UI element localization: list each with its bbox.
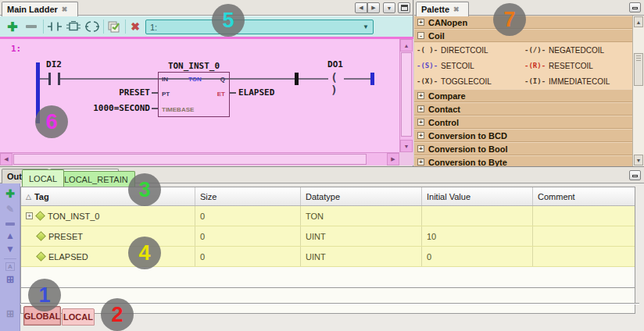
remove-variable-button[interactable] — [5, 222, 15, 226]
datatype-cell[interactable]: UINT — [301, 226, 422, 246]
insert-contact-button[interactable] — [47, 19, 63, 34]
datatype-cell[interactable]: UINT — [301, 247, 422, 266]
tag-cell[interactable]: + TON_INST_0 — [21, 206, 195, 226]
comment-cell[interactable] — [533, 226, 635, 246]
tab-list-button[interactable]: ▼ — [383, 2, 395, 13]
column-header-initial-value[interactable]: Initial Value — [422, 187, 533, 205]
expand-icon[interactable]: + — [417, 19, 424, 26]
initial-value-cell[interactable] — [422, 206, 533, 226]
initial-value-cell[interactable]: 10 — [422, 226, 533, 246]
move-down-button[interactable]: ▼ — [0, 244, 20, 254]
column-header-comment[interactable]: Comment — [533, 187, 635, 205]
table-export-icon: ⊞ — [6, 274, 14, 285]
insert-coil-button[interactable] — [84, 19, 100, 34]
palette-item-resetcoil[interactable]: -(R)-RESETCOIL — [522, 58, 632, 73]
expand-icon[interactable]: + — [417, 119, 424, 126]
column-header-tag[interactable]: △ Tag — [21, 187, 195, 205]
export-table-button[interactable]: ⊞ — [0, 274, 20, 285]
insert-block-button[interactable] — [66, 19, 81, 34]
move-up-button[interactable]: ▲ — [0, 230, 20, 241]
scope-tab-local[interactable]: LOCAL — [22, 169, 64, 187]
tab-main-ladder[interactable]: Main Ladder ✖ — [2, 2, 78, 16]
palette-item-negatedcoil[interactable]: -(/)-NEGATEDCOIL — [522, 42, 632, 58]
ladder-editor-panel: Main Ladder ✖ ◀ ▶ ▼ ✚ ✖ — [0, 0, 413, 166]
expand-icon[interactable]: + — [417, 105, 424, 112]
remove-rung-button[interactable] — [23, 19, 39, 34]
palette-group-control[interactable]: +Control — [414, 116, 632, 129]
import-table-button[interactable]: ⊞ — [0, 308, 20, 319]
coil-operand-label[interactable]: DO1 — [316, 59, 355, 69]
size-cell[interactable]: 0 — [195, 206, 301, 226]
palette-item-setcoil[interactable]: -(S)-SETCOIL — [414, 58, 522, 73]
vscroll-thumb[interactable] — [401, 52, 412, 137]
coil-symbol[interactable]: ( ) — [324, 71, 347, 96]
expand-icon[interactable]: + — [417, 92, 424, 99]
expand-icon[interactable]: + — [417, 132, 424, 139]
palette-group-conversion-bool[interactable]: +Conversion to Bool — [414, 142, 632, 155]
close-icon[interactable]: ✖ — [62, 5, 68, 13]
delete-button[interactable]: ✖ — [128, 19, 142, 34]
timebase-operand-label[interactable]: 1000=SECOND — [70, 103, 150, 113]
palette-group-conversion-byte[interactable]: +Conversion to Byte — [414, 155, 632, 166]
table-row[interactable]: ELAPSED 0 UINT 0 — [21, 247, 635, 267]
rename-variable-button[interactable]: A — [5, 262, 15, 271]
ladder-horizontal-scrollbar[interactable]: ◀ ▶ — [0, 152, 399, 166]
minimize-palette-button[interactable] — [629, 2, 641, 12]
ladder-vertical-scrollbar[interactable]: ▲ ▼ — [399, 39, 413, 152]
contact-operand-label[interactable]: DI2 — [36, 59, 72, 69]
palette-scroll-thumb[interactable] — [634, 53, 643, 86]
block-instance-label[interactable]: TON_INST_0 — [156, 61, 231, 71]
expand-icon[interactable]: + — [26, 212, 33, 219]
palette-item-immediatecoil[interactable]: -(I)-IMMEDIATECOIL — [522, 73, 632, 89]
palette-group-contact[interactable]: +Contact — [414, 102, 632, 116]
close-icon[interactable]: ✖ — [453, 5, 460, 13]
edit-variable-button[interactable]: ✎ — [0, 204, 20, 215]
table-row[interactable]: PRESET 0 UINT 10 — [21, 226, 635, 247]
palette-item-togglecoil[interactable]: -(X)-TOGGLECOIL — [414, 73, 522, 89]
size-cell[interactable]: 0 — [195, 226, 301, 246]
palette-group-conversion-bcd[interactable]: +Conversion to BCD — [414, 129, 632, 142]
tag-name: ELAPSED — [48, 252, 88, 262]
palette-group-compare[interactable]: +Compare — [414, 89, 632, 102]
scope-tab-local-bottom[interactable]: LOCAL — [62, 308, 95, 326]
ton-function-block[interactable]: IN TON Q PT ET TIMEBASE — [158, 72, 230, 117]
table-row[interactable]: + TON_INST_0 0 TON — [21, 206, 635, 226]
rung-select-combobox[interactable]: 1: ▼ — [145, 20, 374, 34]
paste-button[interactable] — [106, 19, 122, 34]
add-variable-button[interactable]: ✚ — [0, 187, 20, 200]
scope-tab-local-retain[interactable]: LOCAL_RETAIN — [57, 171, 135, 187]
right-power-rail — [370, 73, 374, 85]
tag-cell[interactable]: ELAPSED — [21, 247, 195, 266]
arrow-down-icon: ▼ — [5, 244, 15, 254]
collapse-icon[interactable]: - — [417, 32, 424, 39]
scroll-up-button[interactable]: ▲ — [400, 39, 413, 52]
palette-item-directcoil[interactable]: -( )-DIRECTCOIL — [414, 42, 522, 58]
minimize-variables-button[interactable] — [629, 170, 641, 180]
add-rung-button[interactable]: ✚ — [5, 19, 20, 34]
comment-cell[interactable] — [533, 206, 635, 226]
comment-cell[interactable] — [533, 247, 635, 266]
datatype-cell[interactable]: TON — [301, 206, 422, 226]
expand-icon[interactable]: + — [417, 158, 424, 166]
palette-group-coil[interactable]: - Coil — [414, 29, 632, 42]
palette-scrollbar[interactable]: ▲ ▼ — [632, 16, 644, 166]
et-operand-label[interactable]: ELAPSED — [238, 87, 274, 98]
size-cell[interactable]: 0 — [195, 247, 301, 266]
initial-value-cell[interactable]: 0 — [422, 247, 533, 266]
scroll-tabs-right-button[interactable]: ▶ — [367, 2, 380, 13]
tag-cell[interactable]: PRESET — [21, 226, 195, 246]
hscroll-thumb[interactable] — [13, 154, 367, 165]
column-header-size[interactable]: Size — [195, 187, 301, 205]
scroll-up-button[interactable]: ▲ — [634, 16, 643, 27]
maximize-panel-button[interactable] — [398, 2, 410, 13]
scroll-tabs-left-button[interactable]: ◀ — [355, 2, 367, 13]
tab-palette[interactable]: Palette ✖ — [416, 2, 469, 16]
scroll-down-button[interactable]: ▼ — [400, 140, 413, 152]
pt-operand-label[interactable]: PRESET — [94, 87, 150, 98]
togglecoil-glyph-icon: -(X)- — [417, 77, 438, 85]
scroll-left-button[interactable]: ◀ — [0, 153, 13, 166]
scroll-down-button[interactable]: ▼ — [634, 155, 643, 166]
expand-icon[interactable]: + — [417, 145, 424, 152]
scroll-right-button[interactable]: ▶ — [387, 153, 399, 166]
column-header-datatype[interactable]: Datatype — [301, 187, 422, 205]
